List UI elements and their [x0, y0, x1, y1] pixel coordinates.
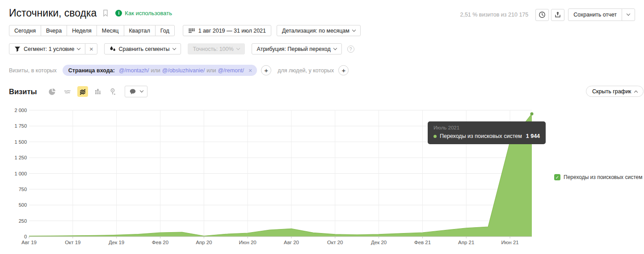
- attribution-dropdown[interactable]: Атрибуция: Первый переход: [252, 43, 342, 54]
- x-axis-tick-label: Дек 19: [99, 240, 135, 245]
- bar-chart-type-button[interactable]: [93, 86, 103, 97]
- chevron-down-icon: [139, 89, 143, 92]
- metric-title: Визиты: [9, 87, 37, 96]
- checkbox-checked-icon[interactable]: ✓: [554, 174, 560, 180]
- compare-segments-dropdown[interactable]: Сравнить сегменты: [104, 43, 181, 54]
- line-chart-icon: [63, 88, 72, 95]
- preset-yesterday[interactable]: Вчера: [41, 25, 67, 36]
- x-axis-tick-label: Июн 20: [230, 240, 265, 245]
- info-icon: i: [115, 10, 122, 17]
- y-axis-tick-label: 500: [0, 202, 27, 208]
- header-actions: 2,51 % визитов из 210 175 Сохранить отче…: [460, 8, 635, 21]
- tooltip-date: Июль 2021: [434, 125, 540, 130]
- chevron-down-icon: [172, 46, 176, 50]
- tooltip-series-label: Переходы из поисковых систем: [440, 133, 522, 139]
- area-chart-icon: [79, 88, 86, 96]
- chip-remove-icon[interactable]: ×: [248, 67, 252, 74]
- chart-canvas[interactable]: 02505007501 0001 2501 5001 7502 000Авг 1…: [0, 105, 644, 252]
- pie-chart-icon: [48, 88, 56, 96]
- add-people-condition-button[interactable]: +: [338, 65, 349, 75]
- visits-in-which-label: Визиты, в которых: [9, 67, 57, 74]
- date-range-picker[interactable]: 1 авг 2019 — 31 июл 2021: [183, 25, 271, 36]
- chip-value: @/remont/: [218, 67, 244, 74]
- y-axis-tick-label: 1 000: [0, 171, 27, 176]
- x-axis-tick-label: Дек 20: [361, 240, 397, 245]
- for-people-label: для людей, у которых: [278, 67, 334, 74]
- x-axis-tick-label: Июн 21: [492, 240, 528, 245]
- legend-label: Переходы из поисковых систем: [564, 174, 642, 180]
- map-pin-icon: [109, 88, 117, 96]
- clock-icon: [539, 11, 546, 18]
- pie-chart-type-button[interactable]: [47, 86, 58, 97]
- x-axis-tick-label: Фев 20: [142, 240, 178, 245]
- line-chart-type-button[interactable]: [62, 86, 73, 97]
- chip-operator: или: [151, 67, 160, 74]
- period-bar: Сегодня Вчера Неделя Месяц Квартал Год 1…: [9, 25, 361, 36]
- chip-operator: или: [206, 67, 216, 74]
- y-axis-tick-label: 1 500: [0, 139, 27, 145]
- highlighted-data-point[interactable]: [530, 112, 534, 115]
- help-icon[interactable]: ?: [347, 46, 354, 53]
- history-button[interactable]: [535, 9, 549, 21]
- add-visit-condition-button[interactable]: +: [261, 65, 271, 75]
- accuracy-label: Точность: 100%: [193, 46, 234, 52]
- annotations-dropdown[interactable]: [125, 86, 147, 97]
- map-chart-type-button[interactable]: [108, 86, 118, 97]
- plus-icon: +: [264, 67, 268, 74]
- close-icon: ×: [89, 45, 93, 53]
- tooltip-value: 1 944: [526, 133, 540, 139]
- save-report-split-button: Сохранить отчет: [568, 8, 635, 21]
- compare-segments-label: Сравнить сегменты: [118, 46, 169, 52]
- y-axis-tick-label: 750: [0, 187, 27, 192]
- chart-toolbar: Визиты: [9, 86, 147, 97]
- period-presets: Сегодня Вчера Неделя Месяц Квартал Год: [9, 25, 175, 36]
- chevron-down-icon: [333, 46, 337, 50]
- chevron-up-icon: [634, 90, 638, 94]
- chip-value: @/montazh/: [119, 67, 149, 74]
- chevron-down-icon: [627, 12, 630, 16]
- filter-bar: Визиты, в которых Страница входа: @/mont…: [9, 65, 349, 76]
- sample-share-text: 2,51 % визитов из 210 175: [460, 12, 528, 18]
- compare-drops-icon: [109, 46, 116, 52]
- comment-icon: [129, 88, 136, 95]
- bar-chart-icon: [94, 88, 101, 95]
- area-chart-type-button[interactable]: [77, 86, 88, 97]
- calendar-icon: [188, 27, 195, 34]
- entry-page-filter-chip[interactable]: Страница входа: @/montazh/ или @/obsluzh…: [63, 65, 257, 76]
- save-report-menu-button[interactable]: [622, 8, 635, 21]
- y-axis-tick-label: 0: [0, 234, 27, 239]
- date-range-label: 1 авг 2019 — 31 июл 2021: [198, 28, 266, 34]
- y-axis-tick-label: 1 750: [0, 123, 27, 129]
- chevron-down-icon: [352, 28, 356, 31]
- hide-chart-button[interactable]: Скрыть график: [586, 86, 644, 97]
- segment-clear-button[interactable]: ×: [85, 43, 97, 54]
- chevron-down-icon: [77, 46, 80, 50]
- preset-today[interactable]: Сегодня: [9, 25, 41, 36]
- legend-item-search-engines[interactable]: ✓ Переходы из поисковых систем: [554, 174, 642, 180]
- segment-label: Сегмент: 1 условие: [24, 46, 74, 52]
- y-axis-tick-label: 250: [0, 218, 27, 224]
- detalization-dropdown[interactable]: Детализация: по месяцам: [277, 25, 361, 36]
- report-header: Источники, сводка i Как использовать: [9, 6, 172, 20]
- accuracy-dropdown[interactable]: Точность: 100%: [188, 43, 245, 54]
- how-to-use-link[interactable]: i Как использовать: [115, 10, 172, 17]
- preset-week[interactable]: Неделя: [67, 25, 97, 36]
- y-axis-tick-label: 1 250: [0, 155, 27, 160]
- segment-dropdown[interactable]: Сегмент: 1 условие: [9, 43, 85, 54]
- export-button[interactable]: [551, 9, 564, 21]
- series-dot-icon: [434, 135, 437, 138]
- save-report-button[interactable]: Сохранить отчет: [568, 8, 622, 21]
- visits-area-chart[interactable]: [0, 105, 644, 252]
- bookmark-icon[interactable]: [102, 9, 109, 17]
- chip-value: @/obsluzhivanie/: [162, 67, 205, 74]
- x-axis-tick-label: Фев 21: [404, 240, 440, 245]
- hide-chart-label: Скрыть график: [592, 88, 631, 95]
- detalization-label: Детализация: по месяцам: [282, 28, 349, 34]
- x-axis-tick-label: Окт 20: [317, 240, 353, 245]
- preset-month[interactable]: Месяц: [97, 25, 124, 36]
- chevron-down-icon: [236, 46, 240, 50]
- preset-quarter[interactable]: Квартал: [124, 25, 156, 36]
- x-axis-tick-label: Апр 20: [186, 240, 222, 245]
- preset-year[interactable]: Год: [155, 25, 175, 36]
- x-axis-tick-label: Авг 20: [274, 240, 309, 245]
